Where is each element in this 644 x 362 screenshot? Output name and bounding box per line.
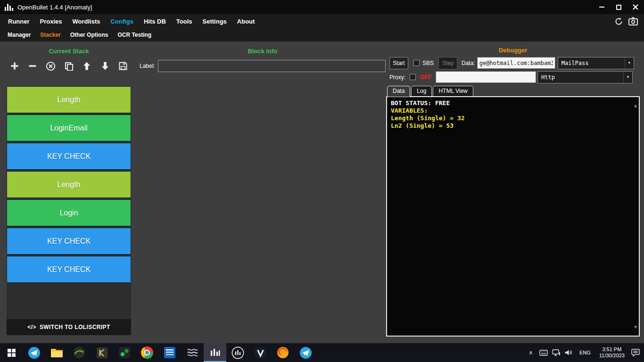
log-line: Ln2 (Single) = 53: [391, 122, 629, 130]
menu-wordlists[interactable]: Wordlists: [67, 18, 105, 25]
menu-configs[interactable]: Configs: [105, 18, 138, 25]
close-icon: [633, 4, 638, 10]
windows-taskbar: ∧ ENG 3:51 PM11/30/2023: [0, 343, 644, 362]
menu-proxies[interactable]: Proxies: [35, 18, 67, 25]
submenu-stacker[interactable]: Stacker: [35, 32, 65, 38]
tray-volume-icon[interactable]: [564, 343, 574, 362]
sbs-label: SBS: [422, 60, 434, 66]
debugger-title: Debugger: [386, 47, 640, 54]
proxy-type-combo[interactable]: Http ▼: [537, 71, 633, 83]
stack-panel: Current Stack: [7, 41, 131, 335]
stack-block[interactable]: KEY CHECK: [7, 256, 131, 283]
refresh-icon[interactable]: [613, 16, 624, 26]
openbullet-logo-icon: [5, 3, 13, 11]
close-button[interactable]: [627, 0, 644, 14]
debugger-output[interactable]: BOT STATUS: FREE VARIABLES: Length (Sing…: [386, 96, 640, 337]
scroll-down-icon[interactable]: ▼: [634, 323, 637, 331]
dropdown-arrow-icon[interactable]: ▼: [625, 58, 634, 69]
label-caption: Label:: [140, 63, 155, 69]
save-config-button[interactable]: [117, 60, 129, 72]
switch-to-loliscript-button[interactable]: </> SWITCH TO LOLISCRIPT: [7, 319, 131, 335]
clear-stack-button[interactable]: [45, 60, 57, 72]
debugger-row-data: Start SBS Step Data: MailPass ▼: [386, 57, 640, 69]
add-block-button[interactable]: [8, 60, 21, 72]
taskbar-app-icon[interactable]: [272, 343, 294, 362]
tray-date: 11/30/2023: [599, 353, 625, 359]
submenu-other-options[interactable]: Other Options: [66, 32, 113, 38]
titlebar: OpenBullet 1.4.4 [Anomaly]: [0, 0, 644, 14]
menu-runner[interactable]: Runner: [3, 18, 35, 25]
clone-block-button[interactable]: [63, 60, 75, 72]
plus-icon: [10, 61, 19, 71]
action-center-icon[interactable]: [631, 343, 640, 362]
tray-clock[interactable]: 3:51 PM11/30/2023: [596, 343, 627, 362]
tray-touch-keyboard-icon[interactable]: [539, 343, 548, 362]
tray-network-icon[interactable]: [552, 343, 561, 362]
move-up-button[interactable]: [81, 60, 93, 72]
remove-block-button[interactable]: [26, 60, 39, 72]
stack-block[interactable]: Login: [7, 199, 131, 226]
debugger-tabs: Data Log HTML View: [386, 86, 640, 96]
dropdown-arrow-icon[interactable]: ▼: [623, 72, 632, 83]
start-button[interactable]: Start: [389, 57, 408, 69]
stack-block[interactable]: Length: [7, 171, 131, 198]
block-label-input[interactable]: [158, 60, 386, 72]
tray-chevron-up-icon[interactable]: ∧: [526, 343, 536, 362]
taskbar-app-icon[interactable]: [181, 343, 204, 362]
data-input[interactable]: [477, 57, 555, 69]
taskbar-app-icon[interactable]: [113, 343, 136, 362]
stack-block[interactable]: KEY CHECK: [7, 228, 131, 255]
stack-block[interactable]: LoginEmail: [7, 115, 131, 141]
tab-html-view[interactable]: HTML View: [433, 86, 473, 96]
taskbar-app-icon[interactable]: [68, 343, 91, 362]
taskbar-openbullet-icon[interactable]: [204, 343, 226, 362]
copy-icon: [64, 61, 74, 71]
minimize-button[interactable]: [593, 0, 610, 14]
arrow-down-icon: [100, 61, 110, 71]
menu-hitsdb[interactable]: Hits DB: [139, 18, 171, 25]
proxy-input[interactable]: [436, 71, 536, 83]
taskbar-chrome-icon[interactable]: [136, 343, 158, 362]
switch-to-loliscript-label: SWITCH TO LOLISCRIPT: [40, 324, 110, 330]
proxy-label: Proxy:: [389, 74, 405, 81]
tray-language[interactable]: ENG: [577, 343, 593, 362]
configs-submenu: Manager Stacker Other Options OCR Testin…: [0, 28, 644, 41]
stack-title: Current Stack: [7, 48, 131, 55]
tab-data[interactable]: Data: [387, 86, 410, 97]
proxy-status: OFF: [420, 74, 431, 81]
start-button[interactable]: [0, 343, 23, 362]
menu-settings[interactable]: Settings: [198, 18, 232, 25]
data-label: Data:: [462, 60, 475, 66]
maximize-button[interactable]: [610, 0, 627, 14]
taskbar-openbullet-circle-icon[interactable]: [226, 343, 249, 362]
submenu-manager[interactable]: Manager: [3, 32, 35, 38]
debugger-panel: Debugger Start SBS Step Data: MailPass ▼…: [386, 41, 640, 337]
taskbar-app-icon[interactable]: [158, 343, 181, 362]
log-line: VARIABLES:: [391, 107, 629, 115]
taskbar-telegram-icon[interactable]: [23, 343, 45, 362]
minus-icon: [28, 61, 37, 71]
taskbar-telegram-icon[interactable]: [294, 343, 317, 362]
taskbar-app-icon[interactable]: [249, 343, 272, 362]
menu-tools[interactable]: Tools: [171, 18, 198, 25]
log-line: BOT STATUS: FREE: [391, 99, 629, 107]
proxy-checkbox[interactable]: [410, 74, 416, 80]
tab-log[interactable]: Log: [411, 86, 432, 96]
block-info-panel: Block Info Label:: [140, 41, 386, 72]
step-button[interactable]: Step: [438, 57, 457, 69]
stack-block[interactable]: Length: [7, 86, 131, 113]
scroll-up-icon[interactable]: ▲: [634, 102, 637, 109]
menu-about[interactable]: About: [232, 18, 260, 25]
stack-block[interactable]: KEY CHECK: [7, 143, 131, 170]
system-tray: ∧ ENG 3:51 PM11/30/2023: [526, 343, 644, 362]
log-line: Length (Single) = 32: [391, 115, 629, 122]
screenshot-camera-icon[interactable]: [628, 16, 638, 26]
window-title: OpenBullet 1.4.4 [Anomaly]: [17, 4, 92, 11]
move-down-button[interactable]: [99, 60, 111, 72]
submenu-ocr-testing[interactable]: OCR Testing: [113, 32, 156, 38]
sbs-checkbox[interactable]: [413, 60, 420, 66]
taskbar-app-icon[interactable]: [91, 343, 113, 362]
wordlist-type-combo[interactable]: MailPass ▼: [558, 57, 634, 69]
taskbar-file-explorer-icon[interactable]: [45, 343, 68, 362]
stack-toolbar: [7, 58, 131, 74]
